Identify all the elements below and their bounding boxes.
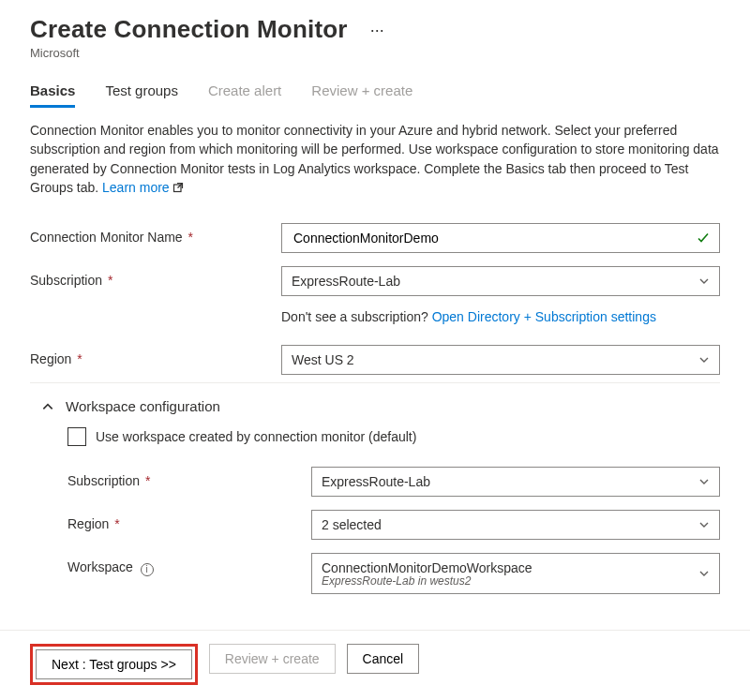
- region-select[interactable]: West US 2: [281, 345, 720, 375]
- ws-workspace-value: ConnectionMonitorDemoWorkspace ExpressRo…: [322, 560, 698, 588]
- label-ws-workspace: Workspace i: [68, 553, 311, 576]
- tab-basics[interactable]: Basics: [30, 77, 75, 108]
- page-header: Create Connection Monitor ··· Microsoft: [30, 15, 720, 60]
- cancel-button[interactable]: Cancel: [347, 644, 420, 674]
- ws-region-value: 2 selected: [322, 517, 698, 532]
- external-link-icon: [172, 182, 184, 193]
- tabs: Basics Test groups Create alert Review +…: [30, 77, 720, 108]
- default-workspace-checkbox-row: Use workspace created by connection moni…: [68, 427, 720, 446]
- info-icon[interactable]: i: [141, 563, 154, 576]
- intro-text: Connection Monitor enables you to monito…: [30, 121, 720, 197]
- label-ws-subscription: Subscription *: [68, 467, 311, 488]
- region-value: West US 2: [292, 352, 698, 367]
- chevron-down-icon: [698, 276, 710, 287]
- workspace-config-body: Use workspace created by connection moni…: [30, 427, 720, 594]
- row-ws-workspace: Workspace i ConnectionMonitorDemoWorkspa…: [68, 553, 720, 594]
- highlight-frame: Next : Test groups >>: [30, 644, 198, 685]
- row-region: Region * West US 2: [30, 345, 720, 375]
- ws-subscription-value: ExpressRoute-Lab: [322, 474, 698, 489]
- connection-monitor-name-input-wrapper: [281, 223, 720, 253]
- subscription-select[interactable]: ExpressRoute-Lab: [281, 266, 720, 296]
- default-workspace-label: Use workspace created by connection moni…: [96, 429, 416, 444]
- ws-workspace-select[interactable]: ConnectionMonitorDemoWorkspace ExpressRo…: [311, 553, 720, 594]
- subscription-helper-text: Don't see a subscription?: [281, 309, 432, 324]
- divider: [30, 382, 720, 383]
- more-actions-button[interactable]: ···: [365, 20, 390, 40]
- chevron-down-icon: [698, 568, 710, 579]
- required-asterisk: *: [185, 230, 193, 245]
- chevron-down-icon: [698, 519, 710, 530]
- default-workspace-checkbox[interactable]: [68, 427, 86, 446]
- label-connection-monitor-name: Connection Monitor Name *: [30, 223, 281, 245]
- chevron-down-icon: [698, 476, 710, 487]
- chevron-up-icon: [41, 400, 54, 413]
- review-create-button: Review + create: [209, 644, 336, 674]
- workspace-config-toggle[interactable]: Workspace configuration: [30, 398, 720, 414]
- label-subscription: Subscription *: [30, 266, 281, 288]
- checkmark-icon: [697, 231, 710, 245]
- row-ws-region: Region * 2 selected: [68, 510, 720, 540]
- page-subtitle: Microsoft: [30, 46, 720, 60]
- tab-test-groups[interactable]: Test groups: [105, 77, 178, 108]
- row-subscription: Subscription * ExpressRoute-Lab: [30, 266, 720, 296]
- page-title: Create Connection Monitor: [30, 15, 348, 44]
- subscription-helper: Don't see a subscription? Open Directory…: [281, 309, 720, 324]
- next-test-groups-button[interactable]: Next : Test groups >>: [36, 649, 192, 679]
- learn-more-link[interactable]: Learn more: [102, 180, 184, 195]
- row-ws-subscription: Subscription * ExpressRoute-Lab: [68, 467, 720, 497]
- label-ws-region: Region *: [68, 510, 311, 531]
- ws-subscription-select[interactable]: ExpressRoute-Lab: [311, 467, 720, 497]
- tab-review-create: Review + create: [311, 77, 412, 108]
- open-directory-link[interactable]: Open Directory + Subscription settings: [432, 309, 656, 324]
- ws-region-select[interactable]: 2 selected: [311, 510, 720, 540]
- label-region: Region *: [30, 345, 281, 366]
- connection-monitor-name-input[interactable]: [292, 230, 697, 246]
- footer: Next : Test groups >> Review + create Ca…: [0, 630, 750, 700]
- chevron-down-icon: [698, 354, 710, 365]
- ws-workspace-sub: ExpressRoute-Lab in westus2: [322, 575, 698, 588]
- subscription-value: ExpressRoute-Lab: [292, 274, 698, 289]
- tab-create-alert: Create alert: [208, 77, 281, 108]
- workspace-config-title: Workspace configuration: [66, 398, 220, 414]
- row-connection-monitor-name: Connection Monitor Name *: [30, 223, 720, 253]
